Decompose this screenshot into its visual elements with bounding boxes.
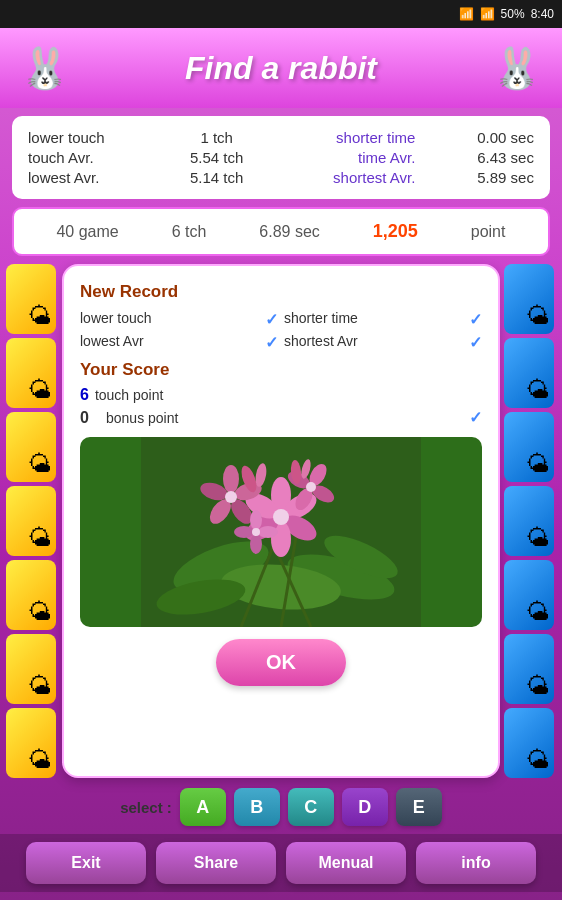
- svg-point-21: [225, 491, 237, 503]
- shorter-time-value: 0.00 sec: [454, 129, 534, 146]
- sun-icon-4: 🌤: [28, 524, 52, 552]
- svg-point-16: [223, 465, 239, 493]
- left-card-5: 🌤: [6, 560, 56, 630]
- time-label: 8:40: [531, 7, 554, 21]
- sun-icon-r1: 🌤: [526, 302, 550, 330]
- right-card-7: 🌤: [504, 708, 554, 778]
- stats-row-3: lowest Avr. 5.14 tch shortest Avr. 5.89 …: [28, 169, 534, 186]
- status-bar: 📶 📶 50% 8:40: [0, 0, 562, 28]
- bonus-point-count: 0: [80, 409, 100, 427]
- select-label: select :: [120, 799, 172, 816]
- time-value: 6.89 sec: [259, 223, 319, 241]
- touch-point-label: touch point: [95, 387, 164, 403]
- svg-point-29: [250, 534, 262, 554]
- record-check-1: ✓: [265, 310, 278, 329]
- new-record-title: New Record: [80, 282, 482, 302]
- shortest-avr-label: shortest Avr.: [295, 169, 415, 186]
- lower-touch-value: 1 tch: [177, 129, 257, 146]
- right-card-1: 🌤: [504, 264, 554, 334]
- rabbit-right-icon: 🐰: [492, 45, 542, 92]
- stats-panel: lower touch 1 tch shorter time 0.00 sec …: [12, 116, 550, 199]
- svg-point-15: [273, 509, 289, 525]
- sun-icon-r7: 🌤: [526, 746, 550, 774]
- sun-icon-1: 🌤: [28, 302, 52, 330]
- sun-icon-r4: 🌤: [526, 524, 550, 552]
- svg-point-27: [250, 510, 262, 530]
- record-lowest-avr: lowest Avr: [80, 333, 259, 352]
- wifi-icon: 📶: [459, 7, 474, 21]
- game-count: 40 game: [56, 223, 118, 241]
- point-label: point: [471, 223, 506, 241]
- header: 🐰 Find a rabbit 🐰: [0, 28, 562, 108]
- record-check-3: ✓: [265, 333, 278, 352]
- left-side-column: 🌤 🌤 🌤 🌤 🌤 🌤 🌤: [6, 264, 58, 778]
- right-card-5: 🌤: [504, 560, 554, 630]
- right-card-4: 🌤: [504, 486, 554, 556]
- stats-row-2: touch Avr. 5.54 tch time Avr. 6.43 sec: [28, 149, 534, 166]
- left-card-7: 🌤: [6, 708, 56, 778]
- sun-icon-r6: 🌤: [526, 672, 550, 700]
- record-shortest-avr: shortest Avr: [284, 333, 463, 352]
- left-card-6: 🌤: [6, 634, 56, 704]
- right-card-6: 🌤: [504, 634, 554, 704]
- touch-point-count: 6: [80, 386, 89, 404]
- manual-button[interactable]: Menual: [286, 842, 406, 884]
- stats-row-1: lower touch 1 tch shorter time 0.00 sec: [28, 129, 534, 146]
- bonus-point-label: bonus point: [106, 410, 463, 426]
- bottom-bar: Exit Share Menual info: [0, 834, 562, 892]
- record-shorter-time: shorter time: [284, 310, 463, 329]
- select-btn-d[interactable]: D: [342, 788, 388, 826]
- signal-icon: 📶: [480, 7, 495, 21]
- lower-touch-label: lower touch: [28, 129, 138, 146]
- game-summary: 40 game 6 tch 6.89 sec 1,205 point: [12, 207, 550, 256]
- point-value: 1,205: [373, 221, 418, 242]
- ok-button[interactable]: OK: [216, 639, 346, 686]
- right-card-3: 🌤: [504, 412, 554, 482]
- exit-button[interactable]: Exit: [26, 842, 146, 884]
- share-button[interactable]: Share: [156, 842, 276, 884]
- sun-icon-5: 🌤: [28, 598, 52, 626]
- sun-icon-r2: 🌤: [526, 376, 550, 404]
- svg-point-26: [306, 482, 316, 492]
- your-score-title: Your Score: [80, 360, 482, 380]
- select-btn-a[interactable]: A: [180, 788, 226, 826]
- left-card-3: 🌤: [6, 412, 56, 482]
- left-card-2: 🌤: [6, 338, 56, 408]
- time-avr-value: 6.43 sec: [454, 149, 534, 166]
- select-btn-e[interactable]: E: [396, 788, 442, 826]
- bonus-check: ✓: [469, 408, 482, 427]
- right-side-column: 🌤 🌤 🌤 🌤 🌤 🌤 🌤: [504, 264, 556, 778]
- sun-icon-r5: 🌤: [526, 598, 550, 626]
- touch-avr-value: 5.54 tch: [177, 149, 257, 166]
- sun-icon-6: 🌤: [28, 672, 52, 700]
- main-area: 🌤 🌤 🌤 🌤 🌤 🌤 🌤 New Record lower touch ✓ s…: [6, 264, 556, 778]
- record-check-2: ✓: [469, 310, 482, 329]
- app-title: Find a rabbit: [185, 50, 377, 87]
- shortest-avr-value: 5.89 sec: [454, 169, 534, 186]
- sun-icon-r3: 🌤: [526, 450, 550, 478]
- left-card-1: 🌤: [6, 264, 56, 334]
- touch-avr-label: touch Avr.: [28, 149, 138, 166]
- touch-count: 6 tch: [172, 223, 207, 241]
- flower-image: [80, 437, 482, 627]
- right-card-2: 🌤: [504, 338, 554, 408]
- rabbit-left-icon: 🐰: [20, 45, 70, 92]
- lowest-avr-value: 5.14 tch: [177, 169, 257, 186]
- svg-point-31: [252, 528, 260, 536]
- select-row: select : A B C D E: [0, 788, 562, 826]
- shorter-time-label: shorter time: [295, 129, 415, 146]
- result-dialog: New Record lower touch ✓ shorter time ✓ …: [62, 264, 500, 778]
- sun-icon-7: 🌤: [28, 746, 52, 774]
- svg-point-28: [258, 526, 278, 538]
- sun-icon-2: 🌤: [28, 376, 52, 404]
- sun-icon-3: 🌤: [28, 450, 52, 478]
- select-btn-b[interactable]: B: [234, 788, 280, 826]
- battery-label: 50%: [501, 7, 525, 21]
- record-check-4: ✓: [469, 333, 482, 352]
- svg-point-30: [234, 526, 254, 538]
- select-btn-c[interactable]: C: [288, 788, 334, 826]
- time-avr-label: time Avr.: [295, 149, 415, 166]
- info-button[interactable]: info: [416, 842, 536, 884]
- record-lower-touch: lower touch: [80, 310, 259, 329]
- left-card-4: 🌤: [6, 486, 56, 556]
